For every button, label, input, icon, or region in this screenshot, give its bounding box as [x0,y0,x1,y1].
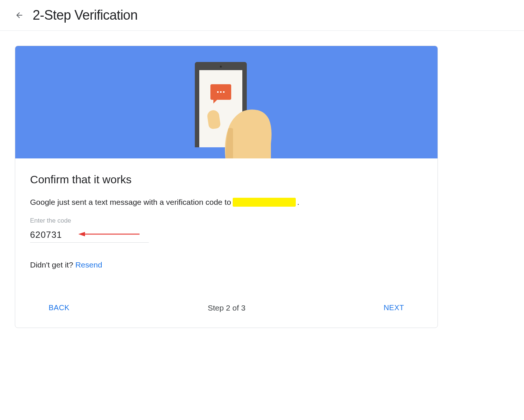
step-indicator: Step 2 of 3 [208,303,246,312]
resend-row: Didn't get it? Resend [30,260,423,269]
code-input-wrapper [30,227,149,243]
verification-code-input[interactable] [30,227,149,243]
card-body: Confirm that it works Google just sent a… [15,158,438,328]
verification-card: Confirm that it works Google just sent a… [15,46,438,328]
card-heading: Confirm that it works [30,173,423,186]
hero-banner [15,46,438,158]
redacted-phone-number [233,198,296,207]
next-button[interactable]: NEXT [384,299,404,316]
resend-prompt: Didn't get it? [30,260,75,269]
back-arrow-icon[interactable] [15,11,24,20]
description-text: Google just sent a text message with a v… [30,198,231,207]
card-description: Google just sent a text message with a v… [30,198,423,207]
phone-illustration [189,62,263,158]
page-header: 2-Step Verification [0,0,524,31]
description-suffix: . [297,198,299,207]
code-input-label: Enter the code [30,217,423,224]
hand-icon [212,92,275,158]
footer-row: BACK Step 2 of 3 NEXT [30,299,423,316]
page-title: 2-Step Verification [33,7,138,23]
resend-link[interactable]: Resend [75,260,102,269]
back-button[interactable]: BACK [49,299,69,316]
